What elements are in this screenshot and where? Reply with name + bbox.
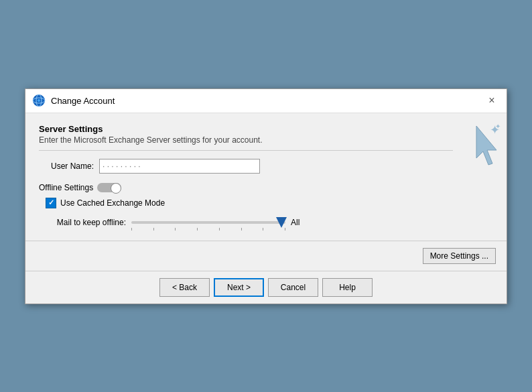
offline-settings-row: Offline Settings	[39, 183, 453, 192]
svg-point-3	[38, 99, 40, 102]
close-button[interactable]: ×	[484, 92, 500, 109]
mail-offline-row: Mail to keep offline:	[46, 215, 453, 230]
slider-tick	[153, 228, 154, 231]
slider-ticks	[131, 228, 285, 231]
title-bar: Change Account ×	[25, 89, 507, 113]
user-name-label: User Name:	[39, 161, 99, 171]
change-account-dialog: Change Account × Server Settings Enter t…	[25, 88, 507, 304]
more-settings-area: More Settings ...	[25, 241, 507, 271]
slider-tick	[241, 228, 242, 231]
slider-tick	[219, 228, 220, 231]
offline-slider[interactable]	[131, 215, 285, 230]
main-panel: Server Settings Enter the Microsoft Exch…	[25, 113, 466, 241]
slider-thumb[interactable]	[276, 217, 287, 228]
help-button[interactable]: Help	[322, 278, 373, 297]
more-settings-button[interactable]: More Settings ...	[423, 248, 496, 264]
cached-mode-row: Use Cached Exchange Mode	[46, 198, 453, 208]
slider-tick	[131, 228, 132, 231]
user-name-input[interactable]	[99, 159, 260, 174]
slider-tick	[175, 228, 176, 231]
cursor-wizard-svg: ✦ ✦	[471, 123, 502, 170]
offline-toggle[interactable]	[97, 183, 121, 192]
slider-track	[131, 221, 285, 224]
wizard-icon: ✦ ✦	[470, 120, 503, 174]
user-name-row: User Name:	[39, 159, 453, 174]
all-label: All	[291, 218, 300, 227]
dialog-icon	[32, 94, 46, 107]
svg-text:✦: ✦	[495, 123, 501, 130]
slider-tick	[263, 228, 263, 231]
offline-settings-label: Offline Settings	[39, 183, 93, 192]
cancel-button[interactable]: Cancel	[268, 278, 318, 297]
mail-offline-label: Mail to keep offline:	[46, 218, 126, 227]
cached-mode-checkbox[interactable]	[46, 198, 56, 208]
cached-mode-label: Use Cached Exchange Mode	[60, 198, 165, 208]
next-button[interactable]: Next >	[214, 278, 264, 297]
dialog-title: Change Account	[51, 96, 478, 106]
button-row: < Back Next > Cancel Help	[25, 271, 507, 304]
section-subtitle: Enter the Microsoft Exchange Server sett…	[39, 135, 453, 145]
section-title: Server Settings	[39, 124, 453, 134]
slider-tick	[197, 228, 198, 231]
back-button[interactable]: < Back	[159, 278, 210, 297]
section-header: Server Settings Enter the Microsoft Exch…	[39, 124, 453, 151]
slider-tick	[285, 228, 285, 231]
wizard-icon-panel: ✦ ✦	[466, 113, 507, 241]
content-area: Server Settings Enter the Microsoft Exch…	[25, 113, 507, 241]
